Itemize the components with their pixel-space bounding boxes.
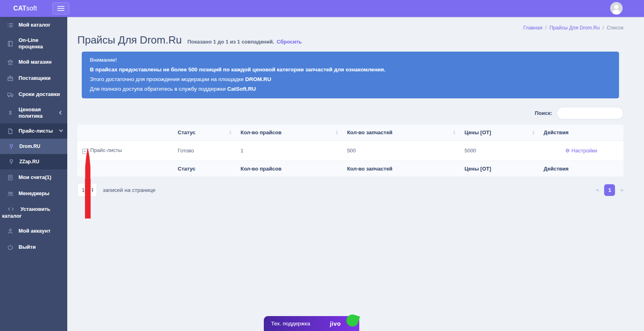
results-summary: Показано 1 до 1 из 1 совпадений. — [187, 39, 274, 45]
jivo-brand: jivo — [330, 321, 341, 327]
footer-price-from: Цены [ОТ] — [460, 161, 539, 177]
user-avatar[interactable] — [610, 2, 623, 15]
sidebar-item-managers[interactable]: Менеджеры — [0, 185, 67, 202]
price-lists-table: Статус▲▼ Кол-во прайсов▲▼ Кол-во запчаст… — [77, 125, 623, 177]
sidebar-item-label: Прайс-листы — [19, 128, 53, 134]
table-header-row: Статус▲▼ Кол-во прайсов▲▼ Кол-во запчаст… — [77, 125, 623, 141]
sidebar-item-delivery[interactable]: Сроки доставки — [0, 86, 67, 102]
sidebar-item-label: Мой магазин — [19, 59, 52, 65]
header-actions: Действия — [539, 125, 623, 141]
sidebar-item-zzap-ru[interactable]: ZZap.RU — [0, 154, 67, 169]
sidebar: Мой каталог On-Line проценка Мой магазин… — [0, 17, 67, 331]
account-icon — [7, 228, 14, 234]
breadcrumb-separator: / — [603, 25, 604, 31]
chevron-down-icon — [59, 128, 63, 132]
sidebar-item-label: Поставщики — [19, 75, 50, 81]
header-parts-count[interactable]: Кол-во запчастей▲▼ — [342, 125, 460, 141]
book-icon — [7, 41, 14, 47]
sidebar-item-logout[interactable]: Выйти — [0, 239, 67, 255]
next-page-button[interactable]: > — [620, 187, 623, 193]
breadcrumb-current: Список — [607, 25, 623, 31]
alert-line-4: Для полного доступа обратитесь в службу … — [90, 84, 611, 94]
breadcrumb-home-link[interactable]: Главная — [523, 25, 543, 31]
sidebar-item-install-catalog[interactable]: Установить каталог — [0, 202, 67, 223]
sidebar-item-label: Мои счета(1) — [19, 174, 51, 181]
per-page-label: записей на странице — [103, 187, 155, 193]
search-label: Поиск: — [535, 110, 552, 116]
cell-parts-count: 500 — [342, 141, 460, 161]
cell-name: +Прайс-листы — [77, 141, 173, 161]
info-alert: Внимание! В прайсах предоставлены не бол… — [82, 52, 619, 98]
sidebar-item-suppliers[interactable]: Поставщики — [0, 70, 67, 86]
alert-line-1: Внимание! — [90, 55, 611, 65]
support-chat-label: Тех. поддержка — [271, 321, 310, 327]
footer-actions: Действия — [539, 161, 623, 177]
breadcrumb-separator: / — [545, 25, 547, 31]
pager: < 1 > — [596, 184, 623, 196]
sidebar-item-price-lists[interactable]: Прайс-листы — [0, 123, 67, 139]
jivo-leaf-icon — [345, 313, 360, 328]
sort-arrows-icon: ▲▼ — [532, 130, 535, 135]
sidebar-item-invoices[interactable]: Мои счета(1) — [0, 169, 67, 185]
topbar: CATsoft — [0, 0, 644, 17]
app-logo[interactable]: CATsoft — [13, 0, 37, 17]
main-content: Главная/Прайсы Для Drom.Ru/Список Прайсы… — [67, 17, 644, 331]
sort-arrows-icon: ▲▼ — [453, 130, 456, 135]
footer-empty — [77, 161, 173, 177]
settings-link[interactable]: ⚙Настройки — [565, 148, 597, 154]
footer-status: Статус — [173, 161, 236, 177]
sort-arrows-icon: ▲▼ — [335, 130, 338, 135]
cell-price-count: 1 — [236, 141, 342, 161]
alert-line-2: В прайсах предоставлены не более 500 поз… — [90, 65, 611, 75]
breadcrumb-section-link[interactable]: Прайсы Для Drom.Ru — [549, 25, 600, 31]
header-price-from[interactable]: Цены [ОТ]▲▼ — [460, 125, 539, 141]
plus-expand-icon[interactable]: + — [82, 149, 87, 154]
menu-icon[interactable] — [52, 2, 69, 15]
pin-icon — [8, 144, 14, 150]
alert-brand-drom: DROM.RU — [245, 76, 271, 82]
sidebar-item-label: Выйти — [19, 244, 36, 250]
users-icon — [7, 191, 14, 197]
reset-filter-link[interactable]: Сбросить — [277, 39, 302, 45]
cell-price-from: 5000 — [460, 141, 539, 161]
logo-light: soft — [26, 5, 37, 12]
logout-icon — [7, 244, 14, 250]
header-status[interactable]: Статус▲▼ — [173, 125, 236, 141]
header-price-count[interactable]: Кол-во прайсов▲▼ — [236, 125, 342, 141]
footer-parts-count: Кол-во запчастей — [342, 161, 460, 177]
search-input[interactable] — [557, 107, 623, 119]
dollar-icon: $ — [7, 110, 14, 116]
per-page-select[interactable]: 10 ▲▼ — [77, 183, 97, 197]
sidebar-item-label: Мой аккаунт — [19, 228, 50, 234]
title-row: Прайсы Для Drom.Ru Показано 1 до 1 из 1 … — [77, 34, 623, 46]
sidebar-item-label: ZZap.RU — [19, 158, 39, 165]
sidebar-item-catalog[interactable]: Мой каталог — [0, 17, 67, 33]
sidebar-item-label: Менеджеры — [19, 190, 50, 197]
truck-icon — [7, 92, 14, 98]
sidebar-item-label: On-Line проценка — [19, 37, 64, 50]
alert-brand-catsoft: CatSoft.RU — [227, 86, 256, 92]
gear-icon: ⚙ — [565, 148, 570, 154]
search-row: Поиск: — [77, 107, 623, 119]
support-chat-widget[interactable]: Тех. поддержка jivo — [264, 316, 359, 331]
spinner-arrows-icon: ▲▼ — [91, 187, 94, 192]
sidebar-item-label: Ценовая политика — [19, 106, 64, 119]
pagination-row: 10 ▲▼ записей на странице < 1 > — [77, 183, 623, 197]
bank-icon — [7, 59, 14, 65]
file-icon — [7, 128, 14, 134]
logo-bold: CAT — [13, 5, 26, 12]
page-1-button[interactable]: 1 — [604, 184, 615, 196]
sidebar-item-account[interactable]: Мой аккаунт — [0, 223, 67, 239]
footer-price-count: Кол-во прайсов — [236, 161, 342, 177]
sidebar-item-shop[interactable]: Мой магазин — [0, 54, 67, 70]
code-icon — [7, 206, 14, 212]
prev-page-button[interactable]: < — [596, 187, 599, 193]
person-icon — [610, 2, 623, 15]
sidebar-item-label: Мой каталог — [19, 22, 50, 28]
sidebar-item-drom-ru[interactable]: Drom.RU — [0, 139, 67, 154]
pin-icon — [8, 159, 14, 165]
sidebar-item-online-procenka[interactable]: On-Line проценка — [0, 33, 67, 54]
per-page-value: 10 — [82, 187, 87, 193]
sidebar-item-pricing-policy[interactable]: $ Ценовая политика — [0, 102, 67, 123]
breadcrumb: Главная/Прайсы Для Drom.Ru/Список — [77, 23, 623, 31]
